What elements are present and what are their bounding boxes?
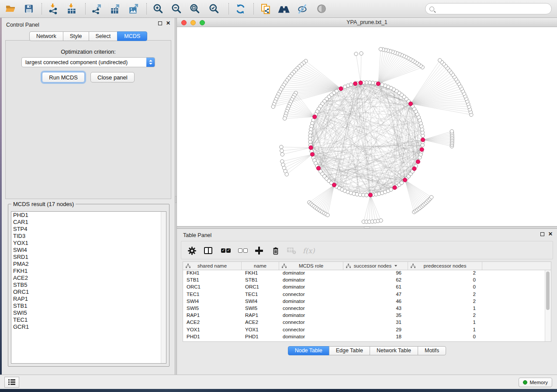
table-row[interactable]: PHD1PHD1dominator180 xyxy=(183,334,545,341)
graph-mcds-hub-node[interactable] xyxy=(408,102,412,106)
optimization-criterion-select[interactable]: largest connected component (undirected) xyxy=(21,57,155,67)
add-column-icon[interactable] xyxy=(255,244,263,257)
export-image-icon[interactable] xyxy=(127,2,141,15)
table-row[interactable]: ORC1ORC1dominator610 xyxy=(183,284,545,291)
network-from-file-icon[interactable] xyxy=(259,2,273,15)
export-network-icon[interactable] xyxy=(90,2,104,15)
import-table-icon[interactable] xyxy=(65,2,79,15)
close-panel-icon[interactable]: ✕ xyxy=(548,232,553,236)
mcds-result-item[interactable]: CAR1 xyxy=(11,219,166,226)
mcds-result-item[interactable]: TID3 xyxy=(11,233,166,240)
open-file-icon[interactable] xyxy=(3,2,17,15)
graph-leaf-node[interactable] xyxy=(354,52,358,55)
graph-mcds-hub-node[interactable] xyxy=(332,183,336,187)
tab-mcds[interactable]: MCDS xyxy=(117,31,147,41)
show-all-icon[interactable] xyxy=(315,2,329,15)
table-row[interactable]: SWI5SWI5connector431 xyxy=(183,306,545,313)
float-panel-icon[interactable] xyxy=(158,21,162,25)
graph-leaf-node[interactable] xyxy=(379,219,383,222)
graph-node[interactable] xyxy=(365,193,368,197)
graph-leaf-node[interactable] xyxy=(379,47,382,51)
graph-mcds-hub-node[interactable] xyxy=(310,152,314,156)
graph-leaf-node[interactable] xyxy=(360,52,363,55)
scrollbar-thumb[interactable] xyxy=(546,272,550,310)
zoom-out-icon[interactable] xyxy=(170,2,183,15)
graph-mcds-hub-node[interactable] xyxy=(339,87,343,91)
tab-edge-table[interactable]: Edge Table xyxy=(329,346,370,355)
float-panel-icon[interactable] xyxy=(540,232,544,236)
graph-node[interactable] xyxy=(389,188,393,191)
table-row[interactable]: ACE2ACE2connector311 xyxy=(183,320,545,327)
mcds-result-item[interactable]: TEC1 xyxy=(11,316,166,323)
graph-leaf-node[interactable] xyxy=(280,145,283,149)
mcds-result-item[interactable]: SWI4 xyxy=(11,247,166,254)
table-row[interactable]: SWI4SWI4dominator462 xyxy=(183,299,545,306)
mcds-result-item[interactable]: PMA2 xyxy=(11,261,166,268)
mcds-result-item[interactable]: RAP1 xyxy=(11,296,166,303)
table-row[interactable]: YOX1YOX1connector291 xyxy=(183,327,545,334)
tab-network[interactable]: Network xyxy=(29,31,63,41)
table-scrollbar[interactable] xyxy=(545,270,551,341)
graph-mcds-hub-node[interactable] xyxy=(309,146,313,150)
close-panel-icon[interactable]: ✕ xyxy=(166,21,170,25)
mcds-result-item[interactable]: GCR1 xyxy=(11,323,166,330)
first-neighbors-icon[interactable] xyxy=(277,2,291,15)
mcds-result-item[interactable]: ACE2 xyxy=(11,275,166,282)
zoom-selected-icon[interactable] xyxy=(207,2,221,15)
table-row[interactable]: RAP1RAP1dominator352 xyxy=(183,313,545,320)
splitter-grip[interactable] xyxy=(364,227,370,228)
mcds-result-item[interactable]: STB5 xyxy=(11,282,166,289)
zoom-in-icon[interactable] xyxy=(151,2,165,15)
graph-mcds-hub-node[interactable] xyxy=(368,193,372,197)
memory-button[interactable]: Memory xyxy=(519,378,552,387)
delete-column-trash-icon[interactable] xyxy=(271,244,280,257)
hide-selected-icon[interactable] xyxy=(295,2,309,15)
table-row[interactable]: FKH1FKH1dominator962 xyxy=(183,270,545,277)
column-header-name[interactable]: name xyxy=(242,262,279,270)
graph-node[interactable] xyxy=(343,85,346,89)
graph-leaf-node[interactable] xyxy=(285,172,288,176)
column-header-successor-nodes[interactable]: successor nodes xyxy=(343,262,408,270)
graph-mcds-hub-node[interactable] xyxy=(316,166,320,170)
mcds-result-item[interactable]: SWI5 xyxy=(11,309,166,316)
zoom-fit-icon[interactable] xyxy=(188,2,202,15)
graph-leaf-node[interactable] xyxy=(438,58,442,62)
search-field[interactable] xyxy=(425,3,552,14)
search-input[interactable] xyxy=(437,4,547,13)
mcds-result-item[interactable]: PHD1 xyxy=(11,212,166,219)
tab-network-table[interactable]: Network Table xyxy=(370,346,418,355)
save-icon[interactable] xyxy=(22,2,36,15)
network-window-titlebar[interactable]: YPA_prune.txt_1 xyxy=(177,18,557,27)
column-header-predecessor-nodes[interactable]: predecessor nodes xyxy=(408,262,482,270)
graph-mcds-hub-node[interactable] xyxy=(420,148,424,151)
task-history-button[interactable] xyxy=(4,377,19,388)
mcds-result-item[interactable]: YOX1 xyxy=(11,240,166,247)
mcds-list-scrollbar[interactable] xyxy=(161,212,166,363)
table-row[interactable]: STB1STB1dominator620 xyxy=(183,277,545,284)
graph-mcds-hub-node[interactable] xyxy=(403,178,407,182)
graph-node[interactable] xyxy=(400,181,403,185)
mcds-result-item[interactable]: STB1 xyxy=(11,303,166,309)
table-settings-gear-icon[interactable] xyxy=(187,244,197,257)
graph-leaf-node[interactable] xyxy=(326,213,329,217)
graph-mcds-hub-node[interactable] xyxy=(313,115,317,119)
close-panel-button[interactable]: Close panel xyxy=(90,72,135,83)
graph-leaf-node[interactable] xyxy=(271,105,275,108)
mcds-result-item[interactable]: FKH1 xyxy=(11,268,166,275)
graph-leaf-node[interactable] xyxy=(450,130,453,133)
mcds-result-item[interactable]: SRD1 xyxy=(11,254,166,261)
graph-mcds-hub-node[interactable] xyxy=(416,160,420,164)
export-table-icon[interactable] xyxy=(108,2,122,15)
graph-mcds-hub-node[interactable] xyxy=(359,81,363,85)
network-view-canvas[interactable] xyxy=(177,27,557,226)
graph-mcds-hub-node[interactable] xyxy=(353,82,357,86)
table-row[interactable]: TEC1TEC1connector472 xyxy=(183,292,545,299)
splitter-grip[interactable] xyxy=(175,196,176,203)
tab-motifs[interactable]: Motifs xyxy=(418,346,446,355)
column-header-shared-name[interactable]: shared name xyxy=(183,262,242,270)
graph-node[interactable] xyxy=(381,83,384,86)
tab-node-table[interactable]: Node Table xyxy=(288,346,329,355)
graph-leaf-node[interactable] xyxy=(280,153,284,156)
graph-mcds-hub-node[interactable] xyxy=(421,138,425,142)
graph-leaf-node[interactable] xyxy=(283,117,287,120)
